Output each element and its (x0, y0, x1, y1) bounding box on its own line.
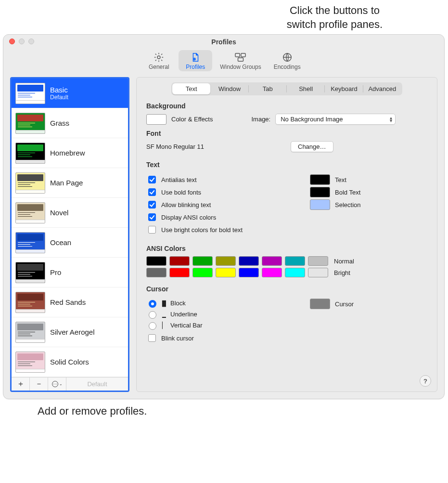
ansi-row-label: Bright (334, 269, 350, 276)
ansi-colors-checkbox[interactable]: Display ANSI colors (146, 212, 286, 222)
tab-window[interactable]: Window (210, 83, 248, 94)
profile-row[interactable]: Homebrew (12, 138, 128, 168)
profile-row[interactable]: Ocean (12, 228, 128, 258)
profile-row[interactable]: Man Page (12, 168, 128, 198)
profile-name: Silver Aerogel (50, 328, 95, 336)
tab-text[interactable]: Text (172, 83, 210, 94)
profile-content: Text Window Tab Shell Keyboard Advanced … (136, 77, 437, 392)
background-image-dropdown[interactable]: No Background Image ▴▾ (275, 114, 396, 125)
ansi-color-well[interactable] (192, 256, 213, 266)
svg-rect-2 (235, 53, 240, 57)
preferences-window: Profiles General Profiles Window Groups … (3, 34, 445, 399)
selection-color-well[interactable] (310, 199, 330, 210)
profile-sub: Default (50, 94, 68, 101)
ansi-color-well[interactable] (285, 256, 305, 266)
cursor-block-radio[interactable]: ▇ Block (146, 299, 286, 308)
profile-row[interactable]: Red Sands (12, 287, 128, 317)
tab-window-groups[interactable]: Window Groups (215, 50, 266, 71)
bright-bold-checkbox[interactable]: Use bright colors for bold text (146, 224, 286, 235)
ansi-color-well[interactable] (285, 268, 305, 277)
profile-name: Grass (50, 119, 69, 127)
cursor-underline-radio[interactable]: ▁ Underline (146, 310, 286, 319)
cursor-vbar-radio[interactable]: ▏ Vertical Bar (146, 321, 286, 330)
section-text: Text (146, 161, 427, 169)
change-font-button[interactable]: Change… (291, 141, 333, 152)
ansi-color-well[interactable] (169, 256, 190, 266)
gear-icon (153, 52, 165, 63)
minimize-icon[interactable] (19, 39, 25, 44)
ansi-color-well[interactable] (146, 256, 166, 266)
ansi-color-well[interactable] (239, 268, 259, 277)
cursor-color-well[interactable] (310, 299, 330, 309)
profile-row[interactable]: Grass (12, 108, 128, 138)
tab-encodings[interactable]: Encodings (269, 50, 306, 71)
section-background: Background (146, 102, 427, 110)
close-icon[interactable] (9, 39, 15, 44)
tab-tab[interactable]: Tab (249, 83, 287, 94)
profile-name: Basic (50, 86, 68, 94)
text-color-well[interactable] (310, 174, 330, 185)
plus-icon: ＋ (17, 379, 25, 389)
profile-row[interactable]: Solid Colors (12, 347, 128, 377)
profile-name: Pro (50, 268, 61, 276)
ansi-color-well[interactable] (239, 256, 259, 266)
ansi-color-well[interactable] (169, 268, 190, 277)
toolbar-label: Profiles (186, 64, 205, 70)
ansi-color-well[interactable] (262, 268, 282, 277)
ansi-color-well[interactable] (216, 268, 236, 277)
tab-advanced[interactable]: Advanced (363, 83, 401, 94)
window-controls (9, 39, 34, 44)
profile-row[interactable]: BasicDefault (12, 78, 128, 108)
blink-cursor-checkbox[interactable]: Blink cursor (146, 333, 286, 343)
profile-row[interactable]: Silver Aerogel (12, 317, 128, 347)
profile-name: Ocean (50, 238, 71, 247)
profile-actions-button[interactable]: ⋯ ⌄ (48, 378, 66, 391)
profile-row[interactable]: Novel (12, 198, 128, 228)
bold-fonts-checkbox[interactable]: Use bold fonts (146, 187, 286, 197)
tab-shell[interactable]: Shell (287, 83, 325, 94)
sidebar-footer: ＋ － ⋯ ⌄ Default (12, 377, 128, 391)
zoom-icon[interactable] (28, 39, 34, 44)
default-button[interactable]: Default (66, 378, 128, 391)
profile-thumb (15, 172, 45, 194)
tab-general[interactable]: General (142, 50, 176, 71)
toolbar-label: General (149, 64, 169, 70)
globe-icon (281, 52, 294, 63)
tab-keyboard[interactable]: Keyboard (325, 83, 363, 94)
svg-rect-3 (241, 53, 245, 57)
antialias-checkbox[interactable]: Antialias text (146, 174, 286, 185)
section-ansi: ANSI Colors (146, 245, 427, 252)
ansi-color-well[interactable] (308, 256, 328, 266)
background-color-well[interactable] (146, 114, 166, 125)
updown-icon: ▴▾ (390, 117, 392, 122)
add-profile-button[interactable]: ＋ (12, 378, 30, 391)
document-gear-icon (189, 52, 202, 63)
profile-thumb (15, 83, 45, 104)
bold-text-color-well[interactable] (310, 187, 330, 197)
profile-name: Novel (50, 209, 68, 217)
tab-profiles[interactable]: Profiles (179, 50, 212, 71)
profile-name: Solid Colors (50, 358, 89, 366)
window-title: Profiles (211, 38, 236, 46)
ansi-bright-row: Bright (146, 268, 427, 277)
ansi-color-well[interactable] (192, 268, 213, 277)
dropdown-value: No Background Image (281, 116, 343, 123)
ansi-color-well[interactable] (146, 268, 166, 277)
svg-point-0 (157, 56, 160, 59)
profile-thumb (15, 202, 45, 223)
ansi-color-well[interactable] (308, 268, 328, 277)
ansi-color-well[interactable] (216, 256, 236, 266)
vbar-cursor-icon: ▏ (162, 322, 166, 329)
remove-profile-button[interactable]: － (30, 378, 48, 391)
profile-thumb (15, 262, 45, 283)
help-button[interactable]: ? (420, 375, 431, 387)
profile-name: Man Page (50, 179, 83, 187)
font-value: SF Mono Regular 11 (146, 143, 286, 150)
ansi-color-well[interactable] (262, 256, 282, 266)
blinking-text-checkbox[interactable]: Allow blinking text (146, 199, 286, 210)
profile-thumb (15, 292, 45, 313)
toolbar-label: Window Groups (220, 64, 261, 70)
profile-row[interactable]: Pro (12, 258, 128, 287)
profile-name: Red Sands (50, 298, 86, 306)
profile-list[interactable]: BasicDefaultGrassHomebrewMan PageNovelOc… (12, 78, 128, 377)
